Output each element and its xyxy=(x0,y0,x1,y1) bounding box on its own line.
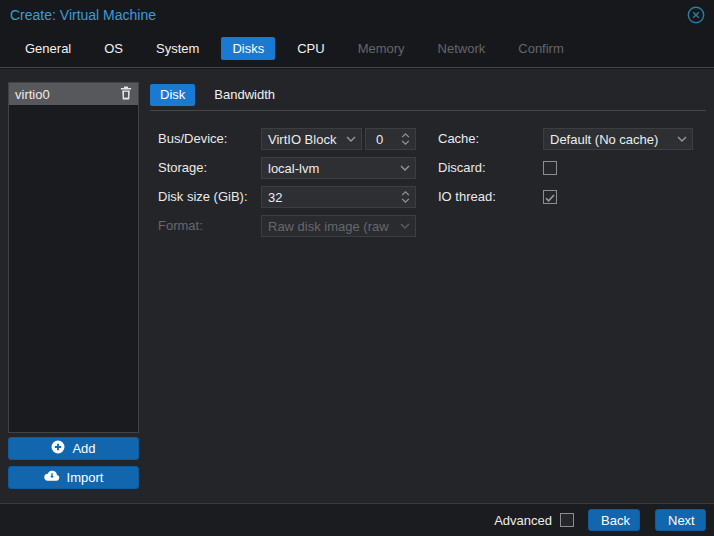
tab-cpu[interactable]: CPU xyxy=(286,37,335,60)
cache-label: Cache: xyxy=(438,128,479,150)
format-select: Raw disk image (raw xyxy=(261,215,416,237)
disk-list-panel: virtio0 xyxy=(8,82,139,433)
import-disk-button[interactable]: Import xyxy=(8,466,139,489)
disk-size-spinner[interactable]: 32 xyxy=(261,186,416,208)
plus-circle-icon xyxy=(51,440,65,457)
format-label: Format: xyxy=(158,215,203,237)
add-button-label: Add xyxy=(72,441,95,456)
disk-item-label: virtio0 xyxy=(15,87,120,102)
tab-bandwidth[interactable]: Bandwidth xyxy=(204,84,285,106)
advanced-label: Advanced xyxy=(494,513,552,528)
tab-disk[interactable]: Disk xyxy=(150,84,195,106)
io-thread-checkbox[interactable] xyxy=(543,190,557,204)
io-thread-label: IO thread: xyxy=(438,186,496,208)
bus-device-label: Bus/Device: xyxy=(158,128,227,150)
tab-system[interactable]: System xyxy=(145,37,210,60)
spinner-arrows-icon[interactable] xyxy=(396,191,415,203)
cloud-download-icon xyxy=(44,470,60,485)
disk-size-label: Disk size (GiB): xyxy=(158,186,248,208)
tab-os[interactable]: OS xyxy=(93,37,134,60)
tab-network: Network xyxy=(427,37,497,60)
storage-select[interactable]: local-lvm xyxy=(261,157,416,179)
cache-select[interactable]: Default (No cache) xyxy=(543,128,693,150)
tab-memory: Memory xyxy=(347,37,416,60)
dialog-header: Create: Virtual Machine xyxy=(0,0,714,30)
add-disk-button[interactable]: Add xyxy=(8,437,139,460)
spinner-arrows-icon[interactable] xyxy=(396,133,415,145)
disks-tab-content: virtio0 Add xyxy=(0,69,714,503)
chevron-down-icon xyxy=(395,223,415,229)
disk-inner-tabbar: Disk Bandwidth xyxy=(150,84,706,111)
close-button[interactable] xyxy=(687,6,705,24)
trash-icon xyxy=(120,86,132,103)
disk-list-item-virtio0[interactable]: virtio0 xyxy=(9,83,138,105)
tab-disks[interactable]: Disks xyxy=(221,37,275,60)
advanced-checkbox[interactable] xyxy=(560,513,574,527)
import-button-label: Import xyxy=(67,470,104,485)
next-button[interactable]: Next xyxy=(655,509,706,531)
checkmark-icon xyxy=(545,190,555,205)
bus-device-number-spinner[interactable]: 0 xyxy=(365,128,416,150)
storage-label: Storage: xyxy=(158,157,207,179)
dialog-title: Create: Virtual Machine xyxy=(10,7,156,23)
chevron-down-icon xyxy=(341,136,361,142)
tab-general[interactable]: General xyxy=(14,37,82,60)
close-icon xyxy=(687,12,705,27)
discard-label: Discard: xyxy=(438,157,486,179)
dialog-footer: Advanced Back Next xyxy=(0,503,714,536)
chevron-down-icon xyxy=(672,136,692,142)
wizard-tabbar: General OS System Disks CPU Memory Netwo… xyxy=(0,30,714,68)
chevron-down-icon xyxy=(395,165,415,171)
discard-checkbox[interactable] xyxy=(543,161,557,175)
remove-disk-button[interactable] xyxy=(120,86,132,103)
bus-device-select[interactable]: VirtIO Block xyxy=(261,128,362,150)
back-button[interactable]: Back xyxy=(588,509,640,531)
tab-confirm: Confirm xyxy=(507,37,575,60)
